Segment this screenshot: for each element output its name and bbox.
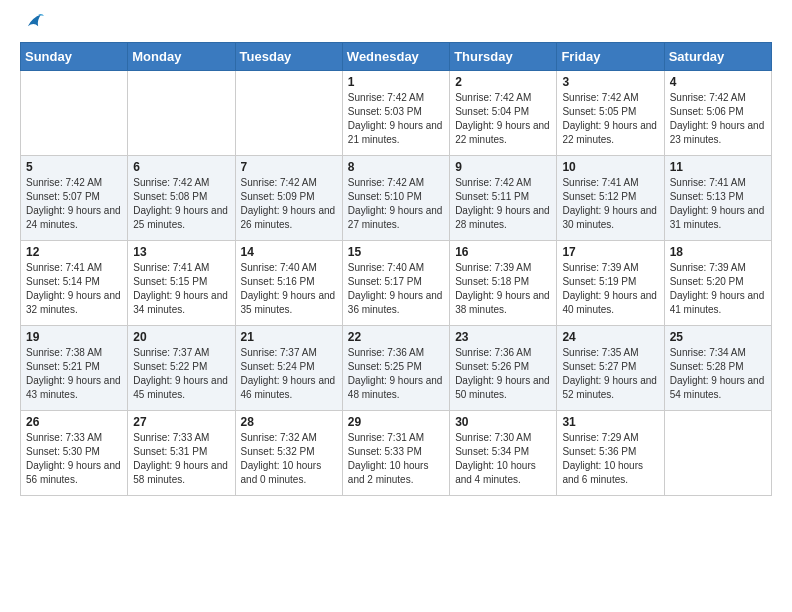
weekday-thursday: Thursday [450,43,557,71]
day-number: 30 [455,415,551,429]
calendar-cell: 14Sunrise: 7:40 AMSunset: 5:16 PMDayligh… [235,241,342,326]
logo-bird-icon [22,10,44,32]
week-row-4: 19Sunrise: 7:38 AMSunset: 5:21 PMDayligh… [21,326,772,411]
day-info: Sunrise: 7:39 AMSunset: 5:19 PMDaylight:… [562,261,658,317]
calendar-cell: 29Sunrise: 7:31 AMSunset: 5:33 PMDayligh… [342,411,449,496]
calendar-cell: 30Sunrise: 7:30 AMSunset: 5:34 PMDayligh… [450,411,557,496]
day-number: 27 [133,415,229,429]
calendar-cell: 5Sunrise: 7:42 AMSunset: 5:07 PMDaylight… [21,156,128,241]
calendar-cell: 13Sunrise: 7:41 AMSunset: 5:15 PMDayligh… [128,241,235,326]
day-info: Sunrise: 7:41 AMSunset: 5:14 PMDaylight:… [26,261,122,317]
day-number: 7 [241,160,337,174]
day-info: Sunrise: 7:42 AMSunset: 5:07 PMDaylight:… [26,176,122,232]
day-number: 24 [562,330,658,344]
week-row-3: 12Sunrise: 7:41 AMSunset: 5:14 PMDayligh… [21,241,772,326]
calendar-cell: 23Sunrise: 7:36 AMSunset: 5:26 PMDayligh… [450,326,557,411]
calendar-cell: 26Sunrise: 7:33 AMSunset: 5:30 PMDayligh… [21,411,128,496]
calendar-cell [664,411,771,496]
day-number: 2 [455,75,551,89]
day-number: 1 [348,75,444,89]
weekday-monday: Monday [128,43,235,71]
day-info: Sunrise: 7:42 AMSunset: 5:04 PMDaylight:… [455,91,551,147]
calendar-cell: 19Sunrise: 7:38 AMSunset: 5:21 PMDayligh… [21,326,128,411]
weekday-wednesday: Wednesday [342,43,449,71]
day-number: 16 [455,245,551,259]
day-info: Sunrise: 7:39 AMSunset: 5:18 PMDaylight:… [455,261,551,317]
day-info: Sunrise: 7:35 AMSunset: 5:27 PMDaylight:… [562,346,658,402]
calendar-cell: 10Sunrise: 7:41 AMSunset: 5:12 PMDayligh… [557,156,664,241]
day-number: 25 [670,330,766,344]
day-number: 26 [26,415,122,429]
calendar-cell: 20Sunrise: 7:37 AMSunset: 5:22 PMDayligh… [128,326,235,411]
calendar-cell: 7Sunrise: 7:42 AMSunset: 5:09 PMDaylight… [235,156,342,241]
day-number: 8 [348,160,444,174]
day-info: Sunrise: 7:30 AMSunset: 5:34 PMDaylight:… [455,431,551,487]
calendar-cell: 8Sunrise: 7:42 AMSunset: 5:10 PMDaylight… [342,156,449,241]
day-number: 17 [562,245,658,259]
calendar-cell: 4Sunrise: 7:42 AMSunset: 5:06 PMDaylight… [664,71,771,156]
day-info: Sunrise: 7:41 AMSunset: 5:13 PMDaylight:… [670,176,766,232]
day-number: 19 [26,330,122,344]
day-info: Sunrise: 7:33 AMSunset: 5:30 PMDaylight:… [26,431,122,487]
calendar-cell: 18Sunrise: 7:39 AMSunset: 5:20 PMDayligh… [664,241,771,326]
header [20,10,772,34]
calendar-cell [128,71,235,156]
day-number: 31 [562,415,658,429]
calendar-cell: 16Sunrise: 7:39 AMSunset: 5:18 PMDayligh… [450,241,557,326]
calendar-cell: 27Sunrise: 7:33 AMSunset: 5:31 PMDayligh… [128,411,235,496]
calendar-cell: 25Sunrise: 7:34 AMSunset: 5:28 PMDayligh… [664,326,771,411]
calendar-cell: 15Sunrise: 7:40 AMSunset: 5:17 PMDayligh… [342,241,449,326]
day-info: Sunrise: 7:42 AMSunset: 5:05 PMDaylight:… [562,91,658,147]
day-number: 15 [348,245,444,259]
calendar-cell: 9Sunrise: 7:42 AMSunset: 5:11 PMDaylight… [450,156,557,241]
day-number: 20 [133,330,229,344]
calendar-cell: 6Sunrise: 7:42 AMSunset: 5:08 PMDaylight… [128,156,235,241]
day-info: Sunrise: 7:29 AMSunset: 5:36 PMDaylight:… [562,431,658,487]
day-info: Sunrise: 7:38 AMSunset: 5:21 PMDaylight:… [26,346,122,402]
day-info: Sunrise: 7:42 AMSunset: 5:03 PMDaylight:… [348,91,444,147]
day-number: 23 [455,330,551,344]
calendar-cell: 2Sunrise: 7:42 AMSunset: 5:04 PMDaylight… [450,71,557,156]
day-info: Sunrise: 7:31 AMSunset: 5:33 PMDaylight:… [348,431,444,487]
day-number: 5 [26,160,122,174]
calendar-table: SundayMondayTuesdayWednesdayThursdayFrid… [20,42,772,496]
day-info: Sunrise: 7:40 AMSunset: 5:16 PMDaylight:… [241,261,337,317]
day-number: 13 [133,245,229,259]
day-number: 4 [670,75,766,89]
week-row-2: 5Sunrise: 7:42 AMSunset: 5:07 PMDaylight… [21,156,772,241]
calendar-cell: 11Sunrise: 7:41 AMSunset: 5:13 PMDayligh… [664,156,771,241]
day-number: 21 [241,330,337,344]
day-info: Sunrise: 7:42 AMSunset: 5:11 PMDaylight:… [455,176,551,232]
week-row-5: 26Sunrise: 7:33 AMSunset: 5:30 PMDayligh… [21,411,772,496]
day-info: Sunrise: 7:40 AMSunset: 5:17 PMDaylight:… [348,261,444,317]
day-info: Sunrise: 7:41 AMSunset: 5:12 PMDaylight:… [562,176,658,232]
day-number: 11 [670,160,766,174]
day-info: Sunrise: 7:42 AMSunset: 5:10 PMDaylight:… [348,176,444,232]
day-info: Sunrise: 7:33 AMSunset: 5:31 PMDaylight:… [133,431,229,487]
calendar-cell [21,71,128,156]
day-number: 3 [562,75,658,89]
weekday-header-row: SundayMondayTuesdayWednesdayThursdayFrid… [21,43,772,71]
day-info: Sunrise: 7:42 AMSunset: 5:06 PMDaylight:… [670,91,766,147]
day-number: 18 [670,245,766,259]
week-row-1: 1Sunrise: 7:42 AMSunset: 5:03 PMDaylight… [21,71,772,156]
day-info: Sunrise: 7:37 AMSunset: 5:24 PMDaylight:… [241,346,337,402]
calendar-cell: 31Sunrise: 7:29 AMSunset: 5:36 PMDayligh… [557,411,664,496]
day-number: 10 [562,160,658,174]
calendar-cell: 17Sunrise: 7:39 AMSunset: 5:19 PMDayligh… [557,241,664,326]
logo [20,10,44,34]
day-info: Sunrise: 7:32 AMSunset: 5:32 PMDaylight:… [241,431,337,487]
calendar-cell [235,71,342,156]
weekday-tuesday: Tuesday [235,43,342,71]
calendar-cell: 22Sunrise: 7:36 AMSunset: 5:25 PMDayligh… [342,326,449,411]
day-number: 28 [241,415,337,429]
day-info: Sunrise: 7:36 AMSunset: 5:26 PMDaylight:… [455,346,551,402]
page: SundayMondayTuesdayWednesdayThursdayFrid… [0,0,792,516]
day-number: 6 [133,160,229,174]
day-info: Sunrise: 7:42 AMSunset: 5:08 PMDaylight:… [133,176,229,232]
weekday-saturday: Saturday [664,43,771,71]
calendar-cell: 3Sunrise: 7:42 AMSunset: 5:05 PMDaylight… [557,71,664,156]
day-number: 22 [348,330,444,344]
day-number: 12 [26,245,122,259]
calendar-cell: 1Sunrise: 7:42 AMSunset: 5:03 PMDaylight… [342,71,449,156]
